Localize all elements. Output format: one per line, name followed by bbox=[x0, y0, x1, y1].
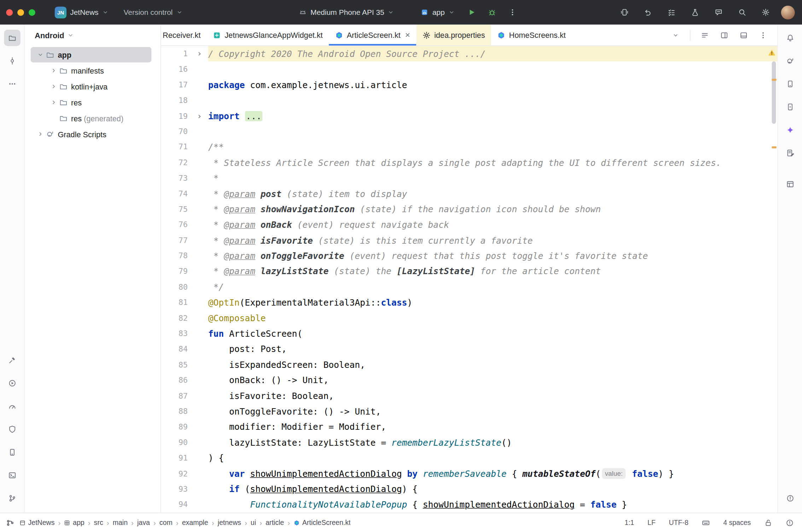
code-line-87[interactable]: 87 isFavorite: Boolean, bbox=[161, 388, 778, 404]
app-insights-button[interactable] bbox=[4, 421, 20, 437]
settings-button[interactable] bbox=[757, 4, 774, 21]
warning-stripe-mark[interactable] bbox=[772, 146, 777, 149]
layout-inspector-button[interactable] bbox=[782, 176, 798, 192]
code-line-85[interactable]: 85 isExpandedScreen: Boolean, bbox=[161, 357, 778, 372]
code-line-70[interactable]: 70 bbox=[161, 124, 778, 139]
run-circle-button[interactable] bbox=[4, 375, 20, 391]
editor-scrollbar[interactable] bbox=[770, 46, 777, 513]
code-line-74[interactable]: 74 * @param post (state) item to display bbox=[161, 186, 778, 202]
code-line-19[interactable]: 19›import ... bbox=[161, 108, 778, 124]
code-line-82[interactable]: 82@Composable bbox=[161, 310, 778, 326]
tree-item-gradle-scripts[interactable]: Gradle Scripts bbox=[31, 126, 151, 141]
readonly-toggle-icon[interactable] bbox=[764, 519, 772, 527]
tree-item-kotlin-java[interactable]: kotlin+java bbox=[31, 79, 151, 94]
tab-idea-properties[interactable]: idea.properties bbox=[416, 24, 491, 45]
code-line-78[interactable]: 78 * @param onToggleFavorite (event) req… bbox=[161, 248, 778, 264]
code-line-72[interactable]: 72 * Stateless Article Screen that displ… bbox=[161, 155, 778, 170]
tests-button[interactable] bbox=[687, 4, 703, 21]
more-h-button[interactable] bbox=[4, 76, 20, 92]
build-button[interactable] bbox=[4, 352, 20, 368]
code-editor[interactable]: 1›/ Copyright 2020 The Android Open Sour… bbox=[161, 46, 778, 513]
fold-marker-icon[interactable]: › bbox=[191, 46, 208, 62]
minimize-window-button[interactable] bbox=[17, 9, 24, 16]
breadcrumb-article[interactable]: article bbox=[266, 519, 284, 527]
code-line-76[interactable]: 76 * @param onBack (event) request navig… bbox=[161, 217, 778, 233]
tab-articlescreen-kt[interactable]: ArticleScreen.kt× bbox=[329, 24, 416, 45]
tree-item-app[interactable]: app bbox=[31, 47, 151, 62]
tree-item-res[interactable]: res bbox=[31, 95, 151, 110]
git-graph-icon[interactable] bbox=[6, 519, 14, 527]
code-line-75[interactable]: 75 * @param showNavigationIcon (state) i… bbox=[161, 202, 778, 217]
document-edit-button[interactable] bbox=[782, 145, 798, 161]
split-button[interactable] bbox=[716, 27, 732, 43]
breadcrumb-ui[interactable]: ui bbox=[251, 519, 256, 527]
restore-button[interactable] bbox=[640, 4, 656, 21]
close-icon[interactable]: × bbox=[405, 31, 410, 40]
commit-button[interactable] bbox=[4, 53, 20, 69]
tree-item-manifests[interactable]: manifests bbox=[31, 63, 151, 78]
breadcrumb-app[interactable]: app bbox=[64, 519, 84, 527]
breadcrumb-jetnews[interactable]: jetnews bbox=[218, 519, 241, 527]
tab-receiver-kt[interactable]: Receiver.kt bbox=[161, 24, 207, 45]
zoom-window-button[interactable] bbox=[29, 9, 35, 16]
code-line-16[interactable]: 16 bbox=[161, 62, 778, 77]
tree-chevron[interactable] bbox=[35, 52, 46, 58]
code-line-89[interactable]: 89 modifier: Modifier = Modifier, bbox=[161, 419, 778, 435]
device-phone-button[interactable] bbox=[4, 444, 20, 461]
code-line-73[interactable]: 73 * bbox=[161, 170, 778, 186]
project-view-selector[interactable]: Android bbox=[24, 24, 161, 46]
code-line-91[interactable]: 91) { bbox=[161, 450, 778, 466]
tree-chevron[interactable] bbox=[48, 99, 59, 105]
more-run-options-button[interactable] bbox=[505, 5, 520, 20]
breadcrumb-main[interactable]: main bbox=[113, 519, 128, 527]
code-line-84[interactable]: 84 post: Post, bbox=[161, 341, 778, 357]
debug-button[interactable] bbox=[484, 5, 499, 20]
breadcrumb-com[interactable]: com bbox=[159, 519, 173, 527]
task-list-button[interactable] bbox=[663, 4, 680, 21]
device-streaming-button[interactable] bbox=[616, 4, 633, 21]
code-line-77[interactable]: 77 * @param isFavorite (state) is this i… bbox=[161, 233, 778, 248]
warning-triangle-icon[interactable] bbox=[768, 48, 776, 57]
code-line-88[interactable]: 88 onToggleFavorite: () -> Unit, bbox=[161, 404, 778, 419]
run-button[interactable] bbox=[464, 5, 479, 20]
run-config-button[interactable]: app bbox=[417, 6, 459, 19]
search-button[interactable] bbox=[734, 4, 750, 21]
terminal-button[interactable] bbox=[4, 467, 20, 484]
hidden-tabs-button[interactable] bbox=[668, 27, 684, 43]
project-widget-button[interactable]: JN JetNews bbox=[51, 4, 112, 21]
user-avatar[interactable] bbox=[781, 5, 795, 19]
gradle-button[interactable] bbox=[782, 53, 798, 69]
code-line-79[interactable]: 79 * @param lazyListState (state) the [L… bbox=[161, 264, 778, 279]
tree-chevron[interactable] bbox=[48, 68, 59, 74]
code-line-81[interactable]: 81@OptIn(ExperimentalMaterial3Api::class… bbox=[161, 295, 778, 311]
keyboard-icon[interactable] bbox=[702, 519, 710, 527]
code-line-93[interactable]: 93 if (showUnimplementedActionDialog) { bbox=[161, 481, 778, 497]
breadcrumb-example[interactable]: example bbox=[182, 519, 208, 527]
tree-item-res-generated[interactable]: res(generated) bbox=[31, 110, 151, 126]
breadcrumb-jetnews[interactable]: JetNews bbox=[19, 519, 54, 527]
list-lines-button[interactable] bbox=[697, 27, 713, 43]
running-devices-button[interactable] bbox=[782, 99, 798, 115]
tree-chevron[interactable] bbox=[35, 131, 46, 137]
code-line-71[interactable]: 71/** bbox=[161, 139, 778, 155]
tree-chevron[interactable] bbox=[48, 83, 59, 89]
error-circle-button[interactable] bbox=[782, 490, 798, 507]
more-v-button[interactable] bbox=[755, 27, 771, 43]
status-alert-icon[interactable] bbox=[786, 519, 794, 527]
breadcrumb-articlescreen-kt[interactable]: ArticleScreen.kt bbox=[294, 519, 350, 527]
code-line-92[interactable]: 92 var showUnimplementedActionDialog by … bbox=[161, 466, 778, 481]
project-button[interactable] bbox=[4, 30, 20, 46]
warning-stripe-mark[interactable] bbox=[772, 79, 777, 81]
tab-homescreens-kt[interactable]: HomeScreens.kt bbox=[491, 24, 572, 45]
code-line-86[interactable]: 86 onBack: () -> Unit, bbox=[161, 372, 778, 388]
code-line-83[interactable]: 83fun ArticleScreen( bbox=[161, 326, 778, 341]
code-line-80[interactable]: 80 */ bbox=[161, 279, 778, 295]
code-line-17[interactable]: 17package com.example.jetnews.ui.article bbox=[161, 77, 778, 93]
device-selector-button[interactable]: Medium Phone API 35 bbox=[295, 6, 398, 19]
bell-button[interactable] bbox=[782, 30, 798, 46]
device-phone-button[interactable] bbox=[782, 76, 798, 92]
close-window-button[interactable] bbox=[6, 9, 13, 16]
code-line-1[interactable]: 1›/ Copyright 2020 The Android Open Sour… bbox=[161, 46, 778, 62]
tab-jetnewsglanceappwidget-kt[interactable]: JetnewsGlanceAppWidget.kt bbox=[207, 24, 329, 45]
breadcrumb-java[interactable]: java bbox=[137, 519, 150, 527]
